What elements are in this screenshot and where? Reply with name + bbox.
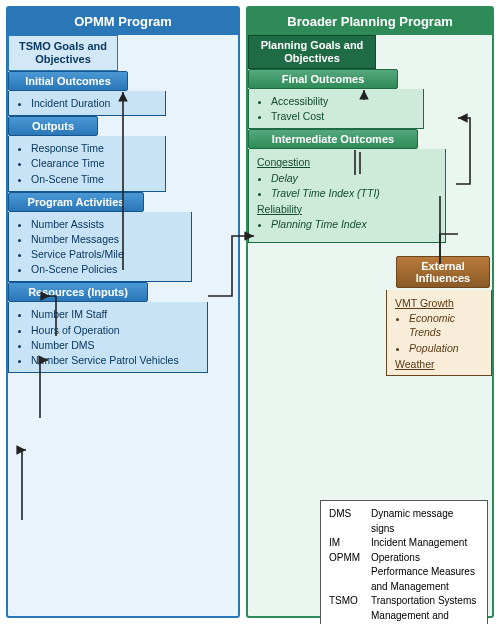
external-header: External Influences bbox=[396, 256, 490, 288]
final-outcomes-header: Final Outcomes bbox=[248, 69, 398, 89]
legend-row: DMSDynamic message signs bbox=[329, 507, 479, 536]
intermediate-item: Planning Time Index bbox=[271, 217, 437, 231]
external-group-label: Weather bbox=[395, 357, 483, 371]
external-group-label: VMT Growth bbox=[395, 296, 483, 310]
resources-body: Number IM Staff Hours of Operation Numbe… bbox=[8, 302, 208, 373]
outputs-body: Response Time Clearance Time On-Scene Ti… bbox=[8, 136, 166, 192]
legend-row: IMIncident Management bbox=[329, 536, 479, 551]
intermediate-body: Congestion Delay Travel Time Index (TTI)… bbox=[248, 149, 446, 243]
tsmo-goals-box: TSMO Goals and Objectives bbox=[8, 35, 118, 71]
legend-abbr: DMS bbox=[329, 507, 371, 536]
planning-goals-box: Planning Goals and Objectives bbox=[248, 35, 376, 69]
opmm-title: OPMM Program bbox=[8, 8, 238, 35]
resources-header: Resources (Inputs) bbox=[8, 282, 148, 302]
resources-item: Number DMS bbox=[31, 338, 199, 352]
initial-outcomes-item: Incident Duration bbox=[31, 96, 157, 110]
legend-box: DMSDynamic message signs IMIncident Mana… bbox=[320, 500, 488, 624]
external-item: Population bbox=[409, 341, 483, 355]
activities-header: Program Activities bbox=[8, 192, 144, 212]
activities-body: Number Assists Number Messages Service P… bbox=[8, 212, 192, 283]
outputs-item: Clearance Time bbox=[31, 156, 157, 170]
external-body: VMT Growth Economic Trends Population We… bbox=[386, 290, 492, 376]
final-outcomes-item: Accessibility bbox=[271, 94, 415, 108]
activities-item: Number Messages bbox=[31, 232, 183, 246]
outputs-header: Outputs bbox=[8, 116, 98, 136]
resources-item: Number Service Patrol Vehicles bbox=[31, 353, 199, 367]
opmm-column: OPMM Program TSMO Goals and Objectives I… bbox=[6, 6, 240, 618]
final-outcomes-item: Travel Cost bbox=[271, 109, 415, 123]
legend-def: Operations Performance Measures and Mana… bbox=[371, 551, 479, 595]
intermediate-group-label: Reliability bbox=[257, 202, 437, 216]
legend-def: Dynamic message signs bbox=[371, 507, 479, 536]
initial-outcomes-body: Incident Duration bbox=[8, 91, 166, 116]
external-item: Economic Trends bbox=[409, 311, 483, 339]
legend-def: Incident Management bbox=[371, 536, 479, 551]
activities-item: Service Patrols/Mile bbox=[31, 247, 183, 261]
initial-outcomes-header: Initial Outcomes bbox=[8, 71, 128, 91]
legend-row: OPMMOperations Performance Measures and … bbox=[329, 551, 479, 595]
activities-item: Number Assists bbox=[31, 217, 183, 231]
legend-abbr: OPMM bbox=[329, 551, 371, 595]
broader-title: Broader Planning Program bbox=[248, 8, 492, 35]
legend-row: TSMOTransportation Systems Management an… bbox=[329, 594, 479, 624]
intermediate-item: Travel Time Index (TTI) bbox=[271, 186, 437, 200]
outputs-item: Response Time bbox=[31, 141, 157, 155]
final-outcomes-body: Accessibility Travel Cost bbox=[248, 89, 424, 129]
legend-def: Transportation Systems Management and Op… bbox=[371, 594, 479, 624]
intermediate-item: Delay bbox=[271, 171, 437, 185]
resources-item: Number IM Staff bbox=[31, 307, 199, 321]
outputs-item: On-Scene Time bbox=[31, 172, 157, 186]
intermediate-header: Intermediate Outcomes bbox=[248, 129, 418, 149]
intermediate-group-label: Congestion bbox=[257, 155, 437, 169]
legend-abbr: TSMO bbox=[329, 594, 371, 624]
activities-item: On-Scene Policies bbox=[31, 262, 183, 276]
legend-abbr: IM bbox=[329, 536, 371, 551]
resources-item: Hours of Operation bbox=[31, 323, 199, 337]
